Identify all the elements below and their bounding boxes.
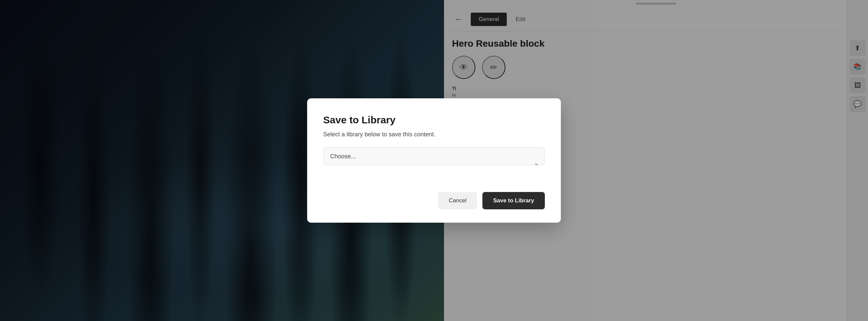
library-select[interactable]: Choose... bbox=[323, 147, 545, 165]
cancel-button[interactable]: Cancel bbox=[438, 192, 477, 209]
modal-title: Save to Library bbox=[323, 114, 545, 126]
modal-description: Select a library below to save this cont… bbox=[323, 131, 545, 138]
modal-actions: Cancel Save to Library bbox=[323, 192, 545, 209]
library-select-wrapper: Choose... ⌄ bbox=[323, 147, 545, 179]
save-to-library-modal: Save to Library Select a library below t… bbox=[307, 98, 561, 223]
modal-overlay[interactable]: Save to Library Select a library below t… bbox=[0, 0, 868, 321]
save-to-library-button[interactable]: Save to Library bbox=[483, 192, 545, 209]
